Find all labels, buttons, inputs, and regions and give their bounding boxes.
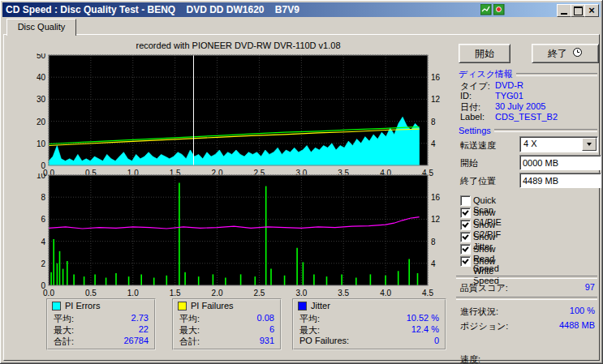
start-button[interactable]: 開始	[459, 44, 510, 63]
svg-text:2.5: 2.5	[253, 289, 265, 297]
position-label: ポジション:	[460, 320, 508, 332]
transfer-speed-label: 転送速度	[460, 139, 496, 152]
svg-text:12: 12	[431, 95, 441, 104]
svg-text:2.0: 2.0	[212, 289, 223, 297]
pi-failures-stats-title: PI Failures	[191, 301, 234, 310]
svg-text:3.5: 3.5	[338, 289, 349, 297]
stat-row: 最大:22	[54, 324, 149, 336]
pi-failures-jitter-chart: 02468104812160.00.51.01.52.02.53.03.54.0…	[29, 173, 451, 297]
svg-text:4: 4	[431, 259, 436, 268]
stat-row: 合計:931	[179, 336, 274, 348]
quality-score-value: 97	[585, 282, 595, 294]
start-position-label: 開始	[460, 157, 478, 169]
progress-row: 進行状況: 100 %	[460, 306, 595, 318]
start-button-label: 開始	[475, 47, 494, 61]
svg-text:8: 8	[41, 193, 45, 202]
disc-label-row: Label:CDS_TEST_B2	[460, 112, 597, 122]
pi-errors-stats-box: PI Errors 平均:2.73 最大:22 合計:26784	[46, 298, 156, 350]
pi-failures-legend-swatch	[178, 302, 187, 310]
settings-header: Settings	[459, 126, 597, 135]
end-position-input[interactable]	[519, 173, 601, 188]
tab-label: Disc Quality	[18, 22, 66, 32]
stat-row: 最大:12.4 %	[299, 324, 439, 336]
svg-text:40: 40	[37, 73, 46, 82]
pi-errors-stats-title: PI Errors	[65, 301, 100, 310]
check-icon	[462, 208, 468, 216]
end-position-label: 終了位置	[460, 175, 496, 187]
stat-row: PO Failures:0	[299, 336, 439, 345]
close-button[interactable]: ×	[584, 4, 599, 17]
jitter-stats-box: Jitter 平均:10.52 % 最大:12.4 % PO Failures:…	[292, 298, 446, 350]
pi-failures-stats-box: PI Failures 平均:0.08 最大:6 合計:931	[172, 298, 282, 350]
svg-text:12: 12	[431, 215, 441, 224]
recorded-with-note: recorded with PIONEER DVD-RW DVR-110D v1…	[49, 41, 428, 50]
graph-icon[interactable]	[480, 4, 492, 15]
check-icon	[462, 233, 468, 240]
maximize-icon	[574, 6, 583, 15]
disc-info-header: ディスク情報	[459, 68, 597, 80]
position-value: 4488 MB	[559, 320, 595, 332]
svg-text:2: 2	[41, 259, 45, 268]
progress-label: 進行状況:	[460, 306, 498, 318]
svg-text:30: 30	[37, 95, 46, 104]
svg-text:4.5: 4.5	[422, 289, 433, 297]
svg-text:16: 16	[431, 73, 441, 82]
svg-text:3.0: 3.0	[295, 289, 307, 297]
stat-row: 平均:0.08	[179, 313, 274, 325]
close-icon: ×	[588, 6, 595, 15]
svg-text:0.0: 0.0	[43, 289, 54, 297]
svg-text:10: 10	[37, 139, 46, 148]
quality-score-label: 品質スコア:	[460, 282, 508, 294]
check-icon	[462, 245, 468, 252]
svg-text:1.0: 1.0	[127, 289, 139, 297]
progress-value: 100 %	[570, 306, 595, 318]
maximize-button[interactable]	[571, 4, 585, 17]
svg-text:0.5: 0.5	[85, 289, 97, 297]
svg-text:8: 8	[431, 118, 436, 126]
transfer-speed-combobox[interactable]: 4 X	[519, 136, 598, 152]
stat-row: 合計:26784	[54, 336, 149, 348]
svg-text:8: 8	[431, 238, 436, 246]
svg-text:4.0: 4.0	[380, 289, 391, 297]
minimize-icon	[561, 13, 567, 15]
record-icon[interactable]	[493, 4, 505, 15]
svg-text:50: 50	[37, 54, 46, 60]
titlebar: CD Speed : Disc Quality Test - BENQ DVD …	[2, 2, 601, 17]
disc-id-row: ID:TYG01	[460, 91, 597, 101]
stat-row: 平均:10.52 %	[299, 313, 439, 325]
tab-disc-quality[interactable]: Disc Quality	[6, 19, 76, 36]
minimize-button[interactable]	[557, 4, 571, 17]
divider	[456, 276, 597, 279]
jitter-stats-header: Jitter	[298, 301, 330, 310]
position-row: ポジション: 4488 MB	[460, 320, 595, 332]
check-icon	[462, 257, 468, 264]
svg-text:4: 4	[41, 238, 45, 246]
window-title: CD Speed : Disc Quality Test - BENQ DVD …	[2, 4, 299, 15]
check-icon	[462, 221, 468, 228]
speed-label: 速度:	[460, 353, 480, 364]
speed-row: 速度:	[460, 353, 595, 364]
exit-button-label: 終了	[548, 47, 567, 61]
svg-text:20: 20	[37, 118, 46, 126]
transfer-speed-value: 4 X	[523, 139, 537, 148]
svg-text:1.5: 1.5	[170, 289, 181, 297]
pi-errors-legend-swatch	[52, 302, 61, 310]
jitter-stats-title: Jitter	[311, 301, 330, 310]
svg-text:10: 10	[37, 173, 46, 180]
jitter-legend-swatch	[298, 302, 307, 310]
chevron-down-icon	[587, 143, 592, 146]
svg-text:16: 16	[431, 193, 441, 202]
quality-score-row: 品質スコア: 97	[460, 282, 595, 294]
app-window: { "window": { "title": "CD Speed : Disc …	[0, 0, 603, 364]
stat-row: 最大:6	[179, 324, 274, 336]
exit-button[interactable]: 終了	[532, 44, 599, 63]
svg-text:6: 6	[41, 215, 45, 224]
divider	[456, 297, 597, 300]
pi-errors-chart: 010203040504812160.00.51.01.52.02.53.03.…	[29, 54, 451, 177]
pi-failures-stats-header: PI Failures	[178, 301, 234, 310]
svg-text:4: 4	[431, 139, 436, 148]
pi-errors-stats-header: PI Errors	[52, 301, 100, 310]
combobox-dropdown-button[interactable]	[582, 138, 597, 151]
stat-row: 平均:2.73	[54, 313, 149, 325]
start-position-input[interactable]	[519, 155, 601, 170]
